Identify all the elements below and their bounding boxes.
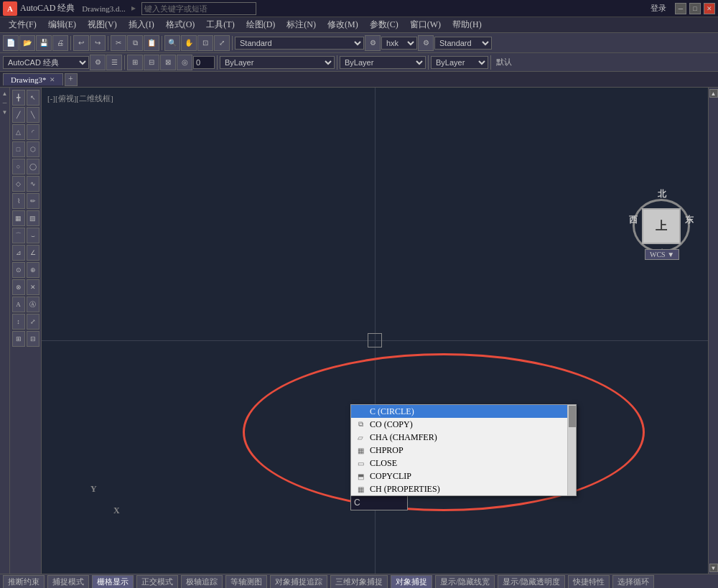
menu-edit[interactable]: 编辑(E) — [42, 17, 82, 32]
layer-input[interactable] — [193, 56, 215, 69]
layer-select[interactable]: ByLayer — [220, 56, 335, 69]
user-select[interactable]: hxk — [381, 37, 417, 50]
tool-hatch[interactable]: ▦ — [12, 210, 25, 226]
tool-circle[interactable]: ○ — [12, 159, 25, 174]
menu-dimension[interactable]: 标注(N) — [281, 17, 322, 32]
workspace-select[interactable]: AutoCAD 经典 — [3, 56, 89, 69]
style-select[interactable]: Standard — [434, 37, 492, 50]
user-login[interactable]: 登录 — [651, 3, 666, 14]
tool-diamond[interactable]: ◇ — [12, 176, 25, 192]
tool-line2[interactable]: ╲ — [27, 107, 39, 123]
tool-spline[interactable]: ⌇ — [12, 193, 25, 209]
tb-zoom-ext[interactable]: ⤢ — [214, 35, 230, 51]
bt-obj-snap-tracking[interactable]: 对象捕捉追踪 — [270, 575, 327, 588]
tb-pan[interactable]: ✋ — [181, 35, 197, 51]
tb-polar[interactable]: ◎ — [177, 55, 192, 70]
ac-item-circle[interactable]: ⊙ C (CIRCLE) — [351, 405, 576, 418]
ac-item-ch-properties[interactable]: ▦ CH (PROPERTIES) — [351, 482, 576, 495]
scroll-up-btn[interactable]: ▲ — [709, 89, 718, 98]
menu-view[interactable]: 视图(V) — [82, 17, 123, 32]
tb-open[interactable]: 📂 — [19, 35, 35, 51]
menu-modify[interactable]: 修改(M) — [322, 17, 364, 32]
tb-zoom-window[interactable]: ⊡ — [197, 35, 213, 51]
tool-line[interactable]: ╱ — [12, 107, 25, 123]
linetype-select[interactable]: ByLayer — [340, 56, 426, 69]
tool-circle2[interactable]: ⊙ — [12, 262, 25, 278]
tool-fill[interactable]: ▨ — [27, 210, 39, 226]
menu-insert[interactable]: 插入(I) — [123, 17, 160, 32]
tb-workspace-settings[interactable]: ⚙ — [90, 55, 106, 70]
tool-crosshair[interactable]: ╋ — [12, 90, 25, 106]
tb-zoom[interactable]: 🔍 — [164, 35, 180, 51]
tool-text[interactable]: A — [12, 297, 25, 312]
tb-user-settings[interactable]: ⚙ — [418, 35, 434, 51]
menu-draw[interactable]: 绘图(D) — [241, 17, 281, 32]
tb-ws-btn2[interactable]: ☰ — [106, 55, 122, 70]
ac-item-copy[interactable]: ⧉ CO (COPY) — [351, 418, 576, 431]
ac-item-copyclip[interactable]: ⬒ COPYCLIP — [351, 470, 576, 482]
tool-move[interactable]: ↕ — [12, 314, 25, 330]
tool-select[interactable]: ↖ — [27, 90, 39, 106]
bt-transparency[interactable]: 显示/隐藏透明度 — [498, 575, 565, 588]
menu-format[interactable]: 格式(O) — [160, 17, 201, 32]
tool-arc[interactable]: ◜ — [27, 124, 39, 140]
tab-new-btn[interactable]: + — [65, 73, 78, 86]
tb-cut[interactable]: ✂ — [111, 35, 126, 51]
bt-selection-cycle[interactable]: 选择循环 — [612, 575, 654, 588]
menu-help[interactable]: 帮助(H) — [447, 17, 488, 32]
tool-target[interactable]: ⊕ — [27, 262, 39, 278]
bt-snap-mode[interactable]: 捕捉模式 — [47, 575, 89, 588]
tb-paste[interactable]: 📋 — [144, 35, 159, 51]
lt-btn-1[interactable]: ▲ — [1, 89, 9, 98]
tb-snap[interactable]: ⊞ — [127, 55, 143, 70]
autocomplete-scrollbar[interactable] — [567, 405, 576, 495]
tool-rtriangle[interactable]: ⊿ — [12, 245, 25, 261]
command-input[interactable] — [350, 495, 408, 510]
bt-obj-snap[interactable]: 对象捕捉 — [391, 575, 432, 588]
scroll-down-btn[interactable]: ▼ — [709, 564, 718, 572]
close-window-button[interactable]: ✕ — [704, 3, 715, 14]
tool-triangle[interactable]: △ — [12, 124, 25, 140]
tb-print[interactable]: 🖨 — [52, 35, 68, 51]
tool-resize[interactable]: ⤢ — [27, 314, 39, 330]
search-input[interactable] — [141, 2, 256, 15]
autocomplete-scroll-thumb[interactable] — [569, 406, 576, 427]
wcs-button[interactable]: WCS ▼ — [645, 249, 679, 260]
tool-curve[interactable]: ⌒ — [12, 228, 25, 243]
ac-item-close[interactable]: ▭ CLOSE — [351, 457, 576, 470]
right-scrollbar[interactable]: ▲ ▼ — [708, 88, 718, 574]
bt-grid-display[interactable]: 栅格显示 — [92, 575, 134, 588]
bt-lineweight[interactable]: 显示/隐藏线宽 — [435, 575, 495, 588]
tool-dim[interactable]: ⊟ — [27, 331, 39, 347]
tb-settings[interactable]: ⚙ — [365, 35, 381, 51]
bt-polar-tracking[interactable]: 极轴追踪 — [181, 575, 223, 588]
tool-wave[interactable]: ∿ — [27, 176, 39, 192]
tool-angle[interactable]: ∠ — [27, 245, 39, 261]
tb-redo[interactable]: ↪ — [90, 35, 106, 51]
tool-rect[interactable]: □ — [12, 141, 25, 157]
bt-infer-constraints[interactable]: 推断约束 — [3, 575, 45, 588]
bt-quick-props[interactable]: 快捷特性 — [568, 575, 610, 588]
bt-ortho[interactable]: 正交模式 — [136, 575, 178, 588]
lineweight-select[interactable]: ByLayer — [431, 56, 488, 69]
tb-save[interactable]: 💾 — [36, 35, 52, 51]
tb-ortho[interactable]: ⊠ — [160, 55, 176, 70]
minimize-button[interactable]: ─ — [675, 3, 686, 14]
menu-file[interactable]: 文件(F) — [3, 17, 42, 32]
tool-grid2[interactable]: ⊞ — [12, 331, 25, 347]
tool-freehand[interactable]: ✏ — [27, 193, 39, 209]
bt-3d-snap[interactable]: 三维对象捕捉 — [330, 575, 388, 588]
menu-tools[interactable]: 工具(T) — [200, 17, 240, 32]
lt-btn-3[interactable]: ▼ — [1, 108, 9, 116]
tool-x[interactable]: ✕ — [27, 279, 39, 295]
viewport-preset-select[interactable]: Standard — [235, 37, 364, 50]
maximize-button[interactable]: □ — [689, 3, 701, 14]
tab-drawing3[interactable]: Drawing3* ✕ — [3, 73, 63, 85]
tool-ellipse[interactable]: ◯ — [27, 159, 39, 174]
ac-item-chprop[interactable]: ▦ CHPROP — [351, 444, 576, 457]
tool-cross[interactable]: ⊗ — [12, 279, 25, 295]
tool-bezier[interactable]: ⌣ — [27, 228, 39, 243]
tb-undo[interactable]: ↩ — [73, 35, 89, 51]
ac-item-chamfer[interactable]: ▱ CHA (CHAMFER) — [351, 431, 576, 444]
tab-close-drawing3[interactable]: ✕ — [50, 76, 55, 83]
